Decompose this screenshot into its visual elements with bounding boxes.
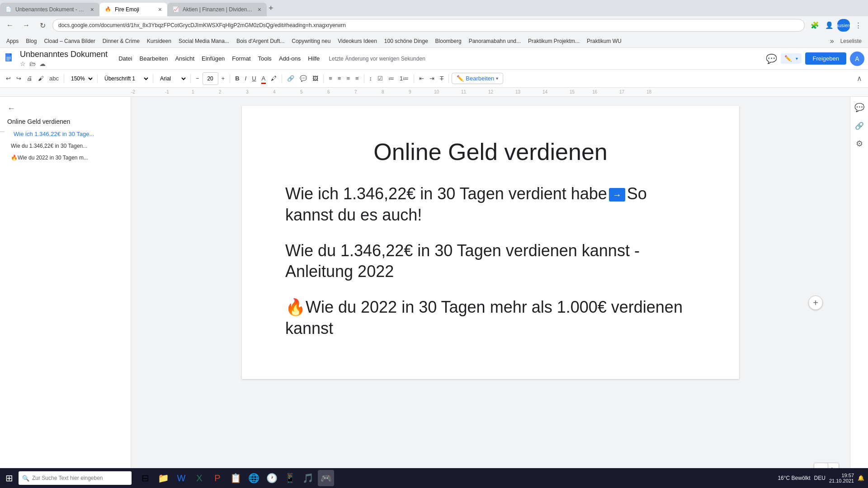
app10-button[interactable]: 🎮 xyxy=(318,470,334,486)
undo-button[interactable]: ↩ xyxy=(4,72,13,85)
taskview-button[interactable]: ⊟ xyxy=(137,470,153,486)
collapse-toolbar-button[interactable]: ∧ xyxy=(854,72,864,85)
location-icon[interactable]: 🗁 xyxy=(29,60,36,67)
more-btn[interactable]: ⋮ xyxy=(852,19,864,32)
sidebar-item-3[interactable]: Wie du 1.346,22€ in 30 Tagen... xyxy=(0,140,131,152)
reload-button[interactable]: ↻ xyxy=(36,19,49,32)
highlight-button[interactable]: 🖍 xyxy=(269,72,279,85)
zoom-select[interactable]: 150% xyxy=(67,72,94,85)
sidebar-item-4[interactable]: 🔥Wie du 2022 in 30 Tagen m... xyxy=(0,152,131,164)
word-button[interactable]: W xyxy=(173,470,189,486)
browser-tab-3[interactable]: 📈 Aktien | Finanzen | Dividende (..) × xyxy=(167,3,267,16)
bearbeiten-button[interactable]: ✏️ Bearbeiten ▾ xyxy=(452,73,503,84)
app8-button[interactable]: 📱 xyxy=(282,470,298,486)
address-bar[interactable] xyxy=(52,19,805,32)
menu-tools[interactable]: Tools xyxy=(255,53,275,64)
notification-icon[interactable]: 🔔 xyxy=(858,475,864,481)
section1-link-icon[interactable]: → xyxy=(609,188,625,202)
increase-indent-button[interactable]: ⇥ xyxy=(427,72,437,85)
tab-close-3[interactable]: × xyxy=(258,6,261,13)
sidebar-item-2[interactable]: Wie ich 1.346,22€ in 30 Tage... xyxy=(6,128,101,140)
explorer-button[interactable]: 📁 xyxy=(155,470,171,486)
underline-button[interactable]: U xyxy=(250,72,258,85)
increase-font-btn[interactable]: + xyxy=(219,72,227,85)
menu-datei[interactable]: Datei xyxy=(115,53,136,64)
bookmark-video[interactable]: Videokurs Ideen xyxy=(335,37,380,45)
paint-format-button[interactable]: 🖌 xyxy=(36,72,46,85)
bookmark-canva[interactable]: Cload – Canva Bilder xyxy=(41,37,98,45)
align-right-button[interactable]: ≡ xyxy=(344,72,352,85)
taskbar-search-bar[interactable]: 🔍 xyxy=(19,471,132,485)
bookmark-copy[interactable]: Copywriting neu xyxy=(289,37,333,45)
align-center-button[interactable]: ≡ xyxy=(335,72,344,85)
clear-format-button[interactable]: T̶ xyxy=(438,72,446,85)
browser-tab-1[interactable]: 📄 Unbenanntes Dokument - Goo... × xyxy=(0,3,99,16)
links-panel-btn[interactable]: 🔗 xyxy=(852,118,867,133)
align-left-button[interactable]: ≡ xyxy=(326,72,335,85)
checklist-button[interactable]: ☑ xyxy=(375,72,385,85)
bullet-list-button[interactable]: ≔ xyxy=(386,72,396,85)
bookmark-social[interactable]: Social Media Mana... xyxy=(176,37,232,45)
print-button[interactable]: 🖨 xyxy=(24,72,35,85)
bookmark-bloomberg[interactable]: Bloomberg xyxy=(433,37,464,45)
tasks-button[interactable]: 📋 xyxy=(227,470,244,486)
settings-panel-btn[interactable]: ⚙ xyxy=(852,136,867,151)
tab-close-2[interactable]: × xyxy=(158,6,162,13)
clock-button[interactable]: 🕐 xyxy=(264,470,280,486)
decrease-indent-button[interactable]: ⇤ xyxy=(417,72,426,85)
bookmark-wu[interactable]: Praktikum WU xyxy=(584,37,624,45)
bookmark-100[interactable]: 100 schöne Dinge xyxy=(382,37,431,45)
comment-panel-btn[interactable]: 💬 xyxy=(852,100,867,115)
excel-button[interactable]: X xyxy=(191,470,208,486)
pause-btn[interactable]: Pausieren xyxy=(837,19,850,32)
align-justify-button[interactable]: ≡ xyxy=(353,72,361,85)
insert-comment-button[interactable]: 💬 xyxy=(297,72,309,85)
docs-comment-button[interactable]: 💬 xyxy=(766,53,777,64)
menu-ansicht[interactable]: Ansicht xyxy=(171,53,198,64)
font-color-button[interactable]: A xyxy=(259,72,268,85)
menu-addons[interactable]: Add-ons xyxy=(275,53,304,64)
app9-button[interactable]: 🎵 xyxy=(300,470,316,486)
docs-share-mode-button[interactable]: ✏️ ▾ xyxy=(781,53,802,64)
bookmark-more-btn[interactable]: » xyxy=(830,37,834,45)
heading-style-select[interactable]: Überschrift 1 xyxy=(100,72,150,85)
redo-button[interactable]: ↪ xyxy=(14,72,24,85)
tab-close-1[interactable]: × xyxy=(90,6,94,13)
bookmark-panorama[interactable]: Panoramabahn und... xyxy=(466,37,524,45)
extension-btn[interactable]: 🧩 xyxy=(808,19,821,32)
address-input[interactable] xyxy=(58,22,799,28)
bookmark-blog[interactable]: Blog xyxy=(23,37,39,45)
browser-tab-2[interactable]: 🔥 Fire Emoji × xyxy=(99,3,167,16)
font-size-input[interactable] xyxy=(203,72,218,85)
menu-format[interactable]: Format xyxy=(228,53,254,64)
menu-bearbeiten[interactable]: Bearbeiten xyxy=(136,53,171,64)
back-button[interactable]: ← xyxy=(4,19,16,32)
font-select[interactable]: Arial xyxy=(156,72,188,85)
chrome-button[interactable]: 🌐 xyxy=(245,470,262,486)
share-button[interactable]: Freigeben xyxy=(805,52,846,65)
bookmark-praktikum[interactable]: Praktikum Projektm... xyxy=(525,37,582,45)
numbered-list-button[interactable]: 1≔ xyxy=(397,72,411,85)
insert-image-button[interactable]: 🖼 xyxy=(310,72,321,85)
spell-check-button[interactable]: abc xyxy=(47,72,61,85)
user-avatar[interactable]: A xyxy=(850,52,864,66)
new-tab-button[interactable]: + xyxy=(269,4,274,13)
reading-mode-btn[interactable]: Leselistе xyxy=(838,37,864,45)
insert-link-button[interactable]: 🔗 xyxy=(285,72,297,85)
decrease-font-btn[interactable]: − xyxy=(193,72,202,85)
docs-document-area[interactable]: Online Geld verdienen Wie ich 1.346,22€ … xyxy=(131,97,850,488)
italic-button[interactable]: I xyxy=(243,72,249,85)
bookmark-apps[interactable]: Apps xyxy=(4,37,21,45)
start-button[interactable]: ⊞ xyxy=(4,471,15,485)
menu-einfuegen[interactable]: Einfügen xyxy=(198,53,228,64)
add-content-button[interactable]: + xyxy=(808,296,823,310)
line-spacing-button[interactable]: ↕ xyxy=(367,72,375,85)
bold-button[interactable]: B xyxy=(233,72,241,85)
powerpoint-button[interactable]: P xyxy=(209,470,226,486)
bookmark-kurs[interactable]: Kursideen xyxy=(144,37,174,45)
forward-button[interactable]: → xyxy=(20,19,33,32)
cloud-icon[interactable]: ☁ xyxy=(39,60,46,67)
docs-title[interactable]: Unbenanntes Dokument xyxy=(20,50,108,59)
taskbar-search-input[interactable] xyxy=(32,475,123,481)
star-icon[interactable]: ☆ xyxy=(20,60,26,67)
